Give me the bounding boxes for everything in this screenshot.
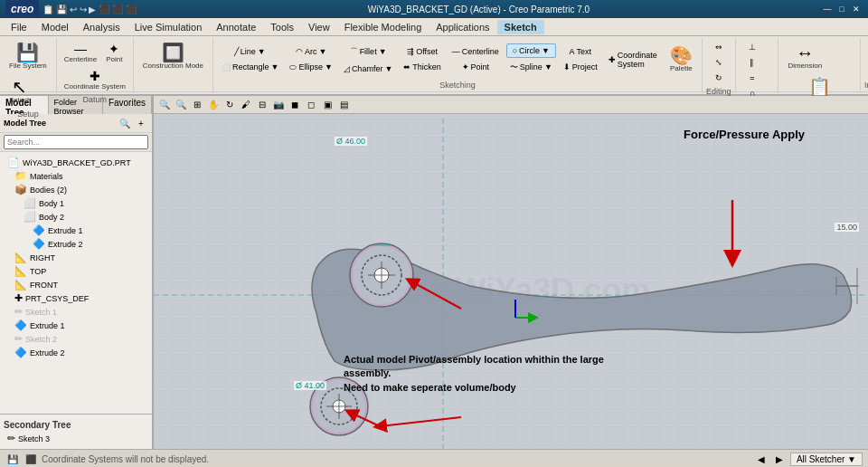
tree-item-sketch3[interactable]: ✏ Sketch 3 — [4, 432, 148, 445]
constrain-btn2[interactable]: ∥ — [740, 55, 765, 70]
rectangle-button[interactable]: ⬜ Rectangle ▼ — [217, 60, 282, 74]
arc-button[interactable]: ◠ Arc ▼ — [286, 44, 335, 59]
point-button[interactable]: ✦ Point — [101, 40, 127, 66]
constrain-btn3[interactable]: = — [740, 71, 765, 85]
coord-system2-icon: ✚ — [609, 55, 616, 64]
tree-item-materials[interactable]: 📁 Materials — [4, 169, 148, 183]
coord-system2-button[interactable]: ✚ Coordinate System — [605, 48, 661, 71]
tree-item-top[interactable]: 📐 TOP — [4, 264, 148, 278]
tree-item-sketch2[interactable]: ✏ Sketch 2 — [4, 332, 148, 346]
spline-button[interactable]: 〜 Spline ▼ — [506, 59, 556, 76]
tree-item-csys[interactable]: ✚ PRT_CSYS_DEF — [4, 291, 148, 305]
menu-sketch[interactable]: Sketch — [497, 20, 544, 34]
construction-mode-button[interactable]: 🔲 Construction Mode — [137, 40, 209, 73]
arc-dropdown-icon[interactable]: ▼ — [318, 47, 326, 56]
wireframe-button[interactable]: ◻ — [304, 98, 318, 112]
centerline-button[interactable]: — Centerline — [61, 40, 100, 66]
file-system-button[interactable]: 💾 File System — [4, 40, 52, 73]
dimension-group: ↔ Dimension 📋 Feature Requirements Dimen… — [778, 38, 861, 91]
restore-button[interactable]: □ — [835, 3, 848, 15]
nav-button1[interactable]: ◀ — [754, 453, 769, 467]
status-icon2[interactable]: ⬛ — [24, 453, 38, 467]
nav-button2[interactable]: ▶ — [772, 453, 787, 467]
constrain-btn1[interactable]: ⊥ — [740, 40, 765, 54]
circle-dropdown-icon[interactable]: ▼ — [542, 46, 550, 55]
offset-button[interactable]: ⇶ Offset — [400, 44, 445, 59]
tree-item-body1[interactable]: ⬜ Body 1 — [4, 196, 148, 210]
text-button[interactable]: A Text — [560, 44, 601, 59]
top-label: TOP — [30, 267, 46, 276]
pan-button[interactable]: ✋ — [206, 98, 221, 112]
menu-view[interactable]: View — [301, 20, 337, 34]
project-button[interactable]: ⬇ Project — [560, 60, 601, 74]
tree-add-button[interactable]: + — [134, 116, 148, 130]
extrude2b-label: Extrude 2 — [48, 240, 83, 249]
menu-model[interactable]: Model — [34, 20, 76, 34]
zoom-out-button[interactable]: 🔍 — [174, 98, 188, 112]
tree-item-root[interactable]: 📄 WiYA3D_BRACKET_GD.PRT — [4, 156, 148, 169]
circle-button[interactable]: ○ Circle ▼ — [506, 43, 556, 58]
fillet-button[interactable]: ⌒ Fillet ▼ — [340, 43, 396, 61]
tree-item-extrude1-body[interactable]: 🔷 Extrude 1 — [4, 224, 148, 237]
ellipse-dropdown-icon[interactable]: ▼ — [325, 62, 333, 71]
select-button[interactable]: ↖ Select — [4, 74, 34, 108]
view-options-button[interactable]: ⊟ — [255, 98, 269, 112]
rotate-view-button[interactable]: ↻ — [222, 98, 237, 112]
inspect-btn1[interactable]: 🔎 — [864, 40, 868, 54]
tree-item-front[interactable]: 📐 FRONT — [4, 278, 148, 291]
menu-live-simulation[interactable]: Live Simulation — [127, 20, 210, 34]
tree-item-right[interactable]: 📐 RIGHT — [4, 251, 148, 264]
sketcher-select-dropdown[interactable]: ▼ — [847, 454, 856, 464]
sketch-canvas[interactable]: www.WiYa3D.com — [154, 114, 868, 449]
extrude1-label: Extrude 1 — [30, 321, 65, 330]
window-controls[interactable]: — □ ✕ — [821, 3, 863, 15]
menu-flexible-modeling[interactable]: Flexible Modeling — [337, 20, 429, 34]
menu-tools[interactable]: Tools — [263, 20, 301, 34]
hidden-line-button[interactable]: ▣ — [320, 98, 335, 112]
point2-button[interactable]: ✦ Point — [448, 60, 503, 74]
zoom-in-button[interactable]: 🔍 — [157, 98, 172, 112]
menu-file[interactable]: File — [4, 20, 34, 34]
repaint-button[interactable]: 🖌 — [239, 98, 253, 112]
editing-btn3[interactable]: ↻ — [706, 71, 731, 85]
palette-button[interactable]: 🎨 Palette — [665, 43, 698, 76]
constrain-group: ⊥ ∥ = ∩ Constrain — [736, 38, 779, 91]
tree-item-sketch1[interactable]: ✏ Sketch 1 — [4, 305, 148, 319]
favorites-tab[interactable]: Favorites — [103, 96, 152, 114]
menu-applications[interactable]: Applications — [429, 20, 496, 34]
fillet-dropdown-icon[interactable]: ▼ — [379, 47, 387, 56]
tree-item-body2[interactable]: ⬜ Body 2 — [4, 210, 148, 224]
chamfer-button[interactable]: ◿ Chamfer ▼ — [340, 62, 396, 76]
display-options-button[interactable]: 📷 — [271, 98, 286, 112]
fit-view-button[interactable]: ⊞ — [190, 98, 204, 112]
line-dropdown-icon[interactable]: ▼ — [258, 47, 266, 56]
tree-search-input[interactable] — [4, 135, 148, 149]
spline-dropdown-icon[interactable]: ▼ — [544, 62, 552, 71]
coord-system-button[interactable]: ✚ Coordinate System — [61, 67, 129, 93]
no-hidden-button[interactable]: ▤ — [336, 98, 351, 112]
tree-item-extrude1[interactable]: 🔷 Extrude 1 — [4, 319, 148, 332]
sketcher-select[interactable]: All Sketcher ▼ — [790, 453, 863, 466]
centerline2-button[interactable]: — Centerline — [448, 44, 503, 59]
rectangle-dropdown-icon[interactable]: ▼ — [271, 62, 279, 71]
status-message: Coordinate Systems will not be displayed… — [42, 454, 209, 464]
tree-item-extrude2-body[interactable]: 🔷 Extrude 2 — [4, 237, 148, 251]
menu-analysis[interactable]: Analysis — [76, 20, 127, 34]
tree-item-extrude2[interactable]: 🔷 Extrude 2 — [4, 346, 148, 359]
status-icon1[interactable]: 💾 — [5, 453, 20, 467]
line-button[interactable]: ╱ Line ▼ — [217, 44, 282, 59]
menu-annotate[interactable]: Annotate — [209, 20, 263, 34]
shading-button[interactable]: ◼ — [288, 98, 302, 112]
dimension-button[interactable]: ↔ Dimension — [782, 40, 827, 73]
inspect-btn2[interactable]: 📊 — [864, 55, 868, 70]
editing-btn2[interactable]: ⤡ — [706, 55, 731, 70]
tree-search-button[interactable]: 🔍 — [118, 116, 132, 130]
tree-item-bodies[interactable]: 📦 Bodies (2) — [4, 183, 148, 196]
close-button[interactable]: ✕ — [850, 3, 863, 15]
minimize-button[interactable]: — — [821, 3, 834, 15]
thicken-button[interactable]: ⬌ Thicken — [400, 60, 445, 74]
chamfer-dropdown-icon[interactable]: ▼ — [384, 64, 392, 73]
ellipse-button[interactable]: ⬭ Ellipse ▼ — [286, 60, 335, 75]
editing-btn1[interactable]: ⇔ — [706, 40, 731, 54]
file-system-icon: 💾 — [16, 43, 39, 62]
